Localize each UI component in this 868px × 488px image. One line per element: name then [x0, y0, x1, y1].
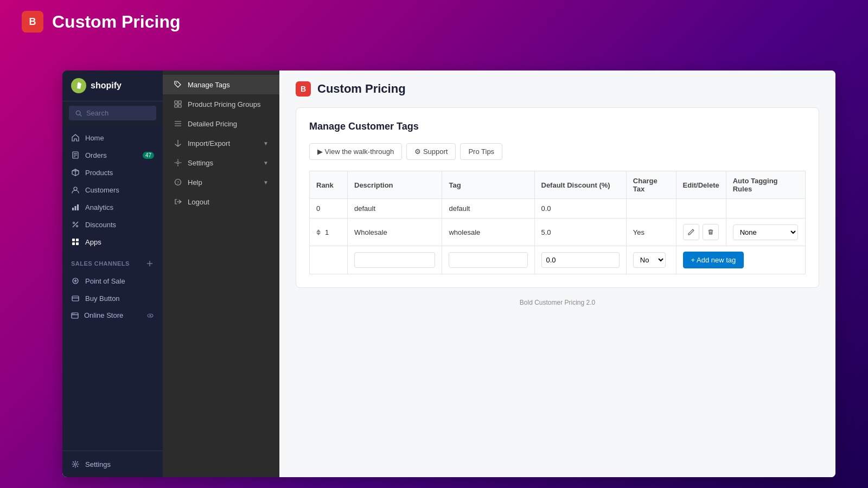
view-walkthrough-button[interactable]: ▶ View the walk-through	[309, 143, 402, 160]
sidebar-item-orders[interactable]: Orders 47	[62, 146, 163, 164]
sidebar-item-analytics[interactable]: Analytics	[62, 198, 163, 216]
tag-cell: default	[442, 199, 534, 219]
new-description-cell[interactable]	[348, 246, 442, 274]
new-discount-cell[interactable]	[534, 246, 626, 274]
svg-point-31	[150, 314, 151, 316]
card-title: Manage Customer Tags	[309, 121, 806, 132]
app-nav-product-pricing-groups[interactable]: Product Pricing Groups	[163, 94, 279, 114]
svg-point-33	[176, 82, 177, 84]
sidebar-item-products[interactable]: Products	[62, 164, 163, 181]
analytics-icon	[71, 203, 80, 211]
app-nav-manage-tags[interactable]: Manage Tags	[163, 75, 279, 94]
edit-delete-cell	[676, 219, 726, 246]
svg-rect-17	[72, 242, 75, 245]
app-logo-icon: B	[22, 11, 43, 33]
sidebar-item-discounts[interactable]: Discounts	[62, 216, 163, 233]
pricing-table: Rank Description Tag Default Discount (%…	[309, 171, 806, 274]
search-input[interactable]	[86, 109, 150, 117]
svg-rect-18	[76, 242, 79, 245]
sidebar-item-home[interactable]: Home	[62, 129, 163, 146]
shopify-logo-icon	[71, 78, 86, 93]
sidebar-item-customers[interactable]: Customers	[62, 181, 163, 198]
col-edit-delete: Edit/Delete	[676, 171, 726, 199]
discount-cell: 0.0	[534, 199, 626, 219]
app-sidebar: Manage Tags Product Pricing Groups Detai…	[163, 70, 279, 477]
svg-point-12	[73, 222, 75, 224]
sidebar-item-pos[interactable]: Point of Sale	[62, 272, 163, 290]
app-nav-detailed-pricing[interactable]: Detailed Pricing	[163, 114, 279, 133]
charge-tax-cell	[626, 199, 676, 219]
sidebar-bottom: Settings	[62, 451, 163, 477]
add-new-tag-button[interactable]: + Add new tag	[683, 252, 744, 268]
sort-icon	[316, 229, 321, 235]
page-header: B Custom Pricing	[296, 81, 819, 97]
app-settings-icon	[174, 158, 182, 167]
apps-icon	[71, 237, 80, 246]
col-tag: Tag	[442, 171, 534, 199]
search-icon	[75, 110, 82, 117]
app-nav-help[interactable]: ? Help ▼	[163, 172, 279, 192]
new-charge-tax-cell[interactable]: No Yes	[626, 246, 676, 274]
new-rank-cell	[310, 246, 348, 274]
pro-tips-button[interactable]: Pro Tips	[460, 143, 502, 160]
manage-tags-card: Manage Customer Tags ▶ View the walk-thr…	[296, 107, 819, 288]
action-bar: ▶ View the walk-through ⚙ Support Pro Ti…	[309, 143, 806, 160]
description-cell: Wholesale	[348, 219, 442, 246]
products-icon	[71, 168, 80, 177]
shopify-search-bar	[62, 101, 163, 125]
sidebar-item-apps[interactable]: Apps	[62, 233, 163, 251]
new-discount-input[interactable]	[541, 252, 620, 268]
home-icon	[71, 133, 80, 142]
app-nav-logout[interactable]: Logout	[163, 192, 279, 211]
new-description-input[interactable]	[354, 252, 435, 268]
help-icon: ?	[174, 178, 182, 187]
import-export-chevron: ▼	[263, 140, 269, 146]
page-title: Custom Pricing	[317, 82, 406, 96]
logout-icon	[174, 197, 182, 206]
add-sales-channel-button[interactable]	[145, 259, 154, 268]
sidebar-item-settings[interactable]: Settings	[62, 455, 163, 473]
svg-text:?: ?	[177, 181, 179, 185]
new-tag-input[interactable]	[449, 252, 527, 268]
add-tag-cell: + Add new tag	[676, 246, 805, 274]
svg-rect-15	[72, 239, 75, 241]
rank-cell: 1	[310, 219, 348, 246]
svg-point-13	[76, 226, 78, 227]
sidebar-nav: Home Orders 47 Products	[62, 125, 163, 451]
discounts-icon	[71, 220, 80, 229]
svg-point-28	[72, 313, 73, 314]
app-header: B Custom Pricing	[0, 0, 868, 43]
support-button[interactable]: ⚙ Support	[406, 143, 456, 160]
svg-rect-34	[175, 101, 177, 104]
footer-text: Bold Customer Pricing 2.0	[296, 299, 819, 306]
edit-button[interactable]	[683, 224, 699, 240]
rank-cell: 0	[310, 199, 348, 219]
new-charge-tax-select[interactable]: No Yes	[633, 252, 666, 268]
grid-icon	[174, 100, 182, 108]
auto-tagging-cell: None	[726, 219, 805, 246]
content-area: B Custom Pricing Manage Customer Tags ▶ …	[279, 70, 835, 477]
auto-tagging-select[interactable]: None	[733, 224, 798, 240]
online-store-icon	[71, 312, 79, 319]
settings-icon	[71, 460, 80, 468]
svg-rect-10	[75, 206, 76, 210]
new-tag-cell[interactable]	[442, 246, 534, 274]
discount-cell: 5.0	[534, 219, 626, 246]
svg-point-29	[74, 313, 74, 314]
new-row: No Yes + Add new tag	[310, 246, 806, 274]
col-charge-tax: Charge Tax	[626, 171, 676, 199]
svg-line-1	[80, 114, 81, 116]
tag-cell: wholesale	[442, 219, 534, 246]
settings-chevron: ▼	[263, 160, 269, 166]
col-auto-tagging: Auto Tagging Rules	[726, 171, 805, 199]
app-nav-settings[interactable]: Settings ▼	[163, 153, 279, 172]
sidebar-item-buy-button[interactable]: Buy Button	[62, 290, 163, 307]
delete-button[interactable]	[703, 224, 719, 240]
svg-line-14	[73, 222, 78, 227]
page-content: B Custom Pricing Manage Customer Tags ▶ …	[279, 70, 835, 477]
shopify-sidebar: shopify Home	[62, 70, 163, 477]
sidebar-item-online-store[interactable]: Online Store	[62, 307, 163, 324]
app-nav-import-export[interactable]: Import/Export ▼	[163, 133, 279, 153]
help-chevron: ▼	[263, 179, 269, 185]
svg-rect-11	[77, 204, 79, 210]
